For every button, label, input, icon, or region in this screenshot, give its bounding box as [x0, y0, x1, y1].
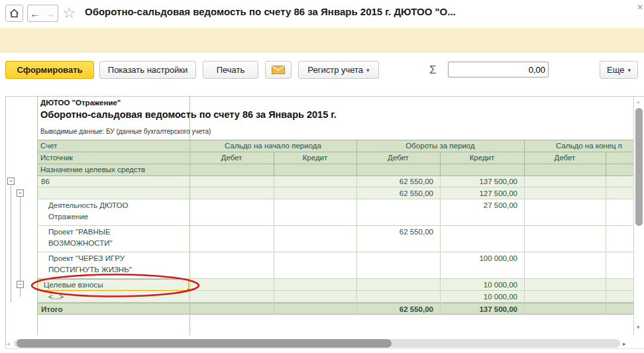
- show-settings-button[interactable]: Показать настройки: [99, 61, 196, 79]
- annotation-ellipse: [28, 273, 202, 298]
- tree-connector: [20, 288, 21, 297]
- mail-button[interactable]: [265, 61, 292, 79]
- scroll-right-icon[interactable]: ▸: [623, 340, 626, 347]
- register-menu-button[interactable]: Регистр учета ▾: [298, 61, 379, 79]
- column-header-debit[interactable]: Дебет: [356, 152, 440, 164]
- tree-connector: [11, 185, 11, 303]
- column-header-debit[interactable]: Дебет: [524, 152, 606, 164]
- collapse-icon[interactable]: −: [7, 177, 15, 185]
- print-label: Печать: [217, 65, 245, 75]
- back-icon: ←: [30, 8, 40, 19]
- settings-label: Показать настройки: [108, 65, 188, 75]
- report-area: 8662 550,00137 500,00−62 550,00127 500,0…: [5, 96, 644, 349]
- more-button[interactable]: Еще ▾: [600, 61, 638, 79]
- filter-bar: Период: – ... Счет: ▾ ▾: [0, 28, 644, 53]
- sum-input[interactable]: [449, 62, 548, 77]
- grid-line: [356, 176, 357, 315]
- chevron-down-icon: ▾: [627, 67, 631, 74]
- table-cell-ob_k[interactable]: 10 000,00: [441, 291, 521, 302]
- horizontal-scrollbar[interactable]: ◂ ▸: [6, 338, 633, 348]
- spreadsheet[interactable]: 8662 550,00137 500,00−62 550,00127 500,0…: [6, 97, 634, 335]
- row-label[interactable]: [37, 187, 195, 188]
- row-label[interactable]: Итого: [37, 303, 193, 315]
- column-header-source[interactable]: Источник: [40, 152, 73, 164]
- report-note: Выводимые данные: БУ (данные бухгалтерск…: [40, 128, 211, 135]
- row-label[interactable]: Проект "РАВНЫЕВОЗМОЖНОСТИ": [37, 226, 200, 249]
- envelope-icon: [272, 66, 285, 74]
- table-row[interactable]: Итого62 550,00137 500,00: [37, 303, 633, 315]
- column-group-turnover[interactable]: Обороты за период: [356, 140, 524, 152]
- register-label: Регистр учета: [307, 65, 363, 75]
- forward-button[interactable]: →: [42, 5, 58, 22]
- row-label[interactable]: Проект "ЧЕРЕЗ ИГРУПОСТИГНУТЬ ЖИЗНЬ": [37, 252, 200, 276]
- sum-symbol: Σ: [429, 64, 437, 77]
- vertical-scrollbar-thumb[interactable]: [635, 108, 643, 226]
- action-bar: Сформировать Показать настройки Печать Р…: [0, 58, 644, 81]
- column-header-account[interactable]: Счет: [40, 140, 57, 152]
- home-icon: [9, 9, 19, 18]
- table-cell-ob_k[interactable]: 137 500,00: [441, 176, 521, 187]
- horizontal-scrollbar-thumb[interactable]: [17, 339, 392, 348]
- scroll-left-icon[interactable]: ◂: [7, 340, 10, 347]
- print-button[interactable]: Печать: [203, 61, 258, 79]
- grid-line: [440, 176, 441, 315]
- generate-button[interactable]: Сформировать: [5, 61, 94, 79]
- table-cell-ob_k[interactable]: 10 000,00: [441, 279, 521, 290]
- table-row[interactable]: 8662 550,00137 500,00: [37, 176, 633, 187]
- table-cell-ob_d[interactable]: 62 550,00: [357, 188, 437, 199]
- column-header-debit[interactable]: Дебет: [189, 152, 274, 164]
- home-button[interactable]: [5, 5, 23, 22]
- table-cell-ob_k[interactable]: 100 000,00: [441, 253, 521, 264]
- generate-label: Сформировать: [17, 65, 82, 75]
- sum-field[interactable]: [448, 62, 549, 77]
- report-organization: ДЮТОО "Отражение": [40, 99, 121, 107]
- scroll-down-icon[interactable]: ▾: [637, 324, 640, 330]
- table-cell-ob_k[interactable]: 27 500,00: [441, 200, 521, 211]
- table-row[interactable]: 62 550,00127 500,00: [37, 187, 633, 199]
- header-line: [37, 176, 633, 176]
- column-group-closing-balance[interactable]: Сальдо на конец п: [556, 140, 633, 152]
- column-group-opening-balance[interactable]: Сальдо на начало периода: [189, 140, 356, 152]
- column-header-credit[interactable]: Кредит: [274, 152, 356, 164]
- grid-line: [274, 176, 274, 315]
- table-cell-ob_d[interactable]: 62 550,00: [357, 176, 437, 187]
- forward-icon: →: [45, 8, 55, 19]
- row-label[interactable]: 86: [37, 176, 193, 187]
- scroll-up-icon[interactable]: ▴: [637, 98, 640, 105]
- column-header-credit[interactable]: Кредит: [440, 152, 524, 164]
- window-title: Оборотно-сальдовая ведомость по счету 86…: [85, 6, 639, 17]
- collapse-icon[interactable]: −: [17, 281, 24, 288]
- tree-connector: [20, 197, 21, 281]
- grid-line: [524, 176, 525, 315]
- favorite-star-icon[interactable]: ☆: [62, 4, 76, 22]
- report-title: Оборотно-сальдовая ведомость по счету 86…: [40, 109, 337, 120]
- table-cell-ob_d[interactable]: 62 550,00: [357, 304, 437, 315]
- chevron-down-icon: ▾: [366, 67, 370, 74]
- back-button[interactable]: ←: [27, 5, 43, 22]
- collapse-icon[interactable]: −: [17, 189, 24, 197]
- grid-line: [37, 97, 38, 335]
- table-row[interactable]: Проект "РАВНЫЕВОЗМОЖНОСТИ"62 550,00: [37, 226, 633, 252]
- table-cell-ob_d[interactable]: 62 550,00: [357, 227, 437, 237]
- title-bar: ← → ☆ Оборотно-сальдовая ведомость по сч…: [0, 0, 644, 26]
- more-label: Еще: [607, 65, 624, 75]
- table-row[interactable]: Деятельность ДЮТОООтражение27 500,00: [37, 199, 633, 226]
- table-cell-ob_k[interactable]: 137 500,00: [441, 304, 521, 315]
- row-label[interactable]: Деятельность ДЮТОООтражение: [37, 199, 200, 223]
- vertical-scrollbar[interactable]: ▴ ▾: [635, 97, 644, 335]
- grid-line: [606, 176, 606, 315]
- column-header-purpose[interactable]: Назначение целевых средств: [40, 164, 145, 176]
- table-cell-ob_k[interactable]: 127 500,00: [441, 188, 521, 199]
- close-icon[interactable]: ✕: [637, 3, 643, 12]
- header-grid-line: [606, 152, 606, 176]
